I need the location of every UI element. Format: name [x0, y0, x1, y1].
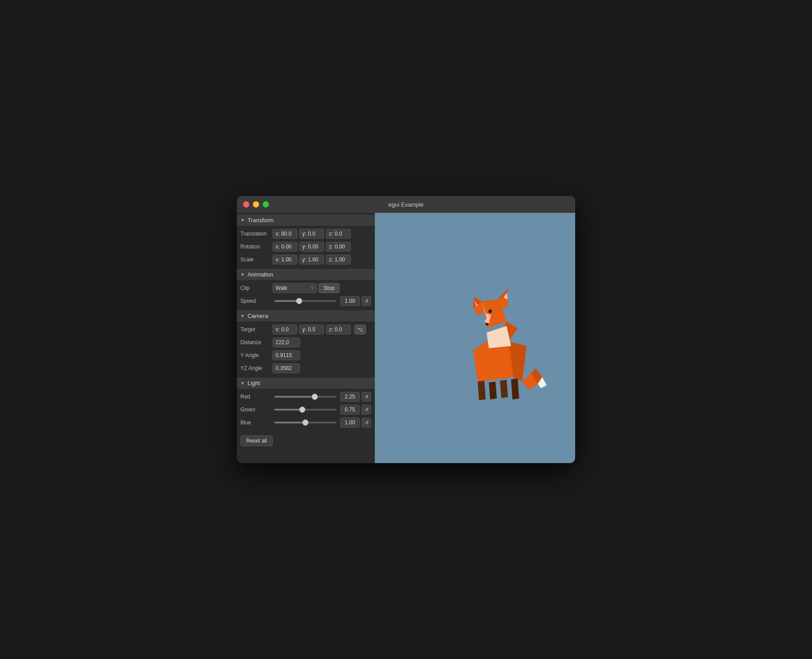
y-angle-label: Y Angle: [240, 352, 272, 358]
rotation-label: Rotation: [240, 244, 272, 250]
rotation-row: Rotation x: 0.00 y: 0.00 z: 0.00: [240, 241, 371, 252]
scale-y-field[interactable]: y: 1.00: [299, 255, 324, 264]
fox-svg: [438, 270, 562, 404]
transform-section-label: Transform: [248, 217, 274, 224]
blue-reset-button[interactable]: ↺: [361, 418, 371, 427]
green-value: 0.75: [340, 405, 360, 415]
viewport: [375, 213, 575, 463]
target-y-field[interactable]: y: 0.5: [299, 325, 324, 334]
camera-section-content: Target x: 0.0 y: 0.5 z: 0.0 ⌥ Distance 2…: [237, 322, 375, 378]
translation-z-field[interactable]: z: 0.0: [326, 229, 351, 239]
red-reset-button[interactable]: ↺: [361, 392, 371, 402]
speed-row: Speed 1.00 ↺: [240, 296, 371, 306]
translation-x-field[interactable]: x: 80.0: [272, 229, 297, 239]
light-section-label: Light: [248, 380, 260, 386]
rotation-z-field[interactable]: z: 0.00: [326, 242, 351, 252]
distance-field[interactable]: 222.0: [272, 338, 300, 347]
blue-slider-track: [274, 422, 337, 423]
left-panel: ▼ Transform Translation x: 80.0 y: 0.0 z…: [237, 213, 375, 463]
speed-slider-thumb[interactable]: [296, 298, 302, 304]
yz-angle-row: YZ Angle 0.3582: [240, 363, 371, 374]
distance-label: Distance: [240, 339, 272, 346]
clip-label: Clip: [240, 285, 272, 291]
red-slider-track: [274, 396, 337, 398]
clip-value: Walk: [276, 285, 287, 291]
y-angle-field[interactable]: 0.9115: [272, 350, 300, 360]
light-arrow-icon: ▼: [240, 381, 245, 386]
fox-model: [438, 270, 562, 406]
speed-slider-track: [274, 300, 337, 302]
rotation-y-field[interactable]: y: 0.00: [299, 242, 324, 252]
speed-slider-fill: [274, 300, 299, 302]
scale-z-field[interactable]: z: 1.00: [326, 255, 351, 264]
minimize-button[interactable]: [253, 201, 259, 207]
animation-section-header[interactable]: ▼ Animation: [237, 269, 375, 280]
animation-section-content: Clip Walk ▽ Stop Speed: [237, 281, 375, 310]
dropdown-arrow-icon: ▽: [311, 286, 314, 290]
scale-row: Scale x: 1.00 y: 1.00 z: 1.00: [240, 254, 371, 265]
camera-section-label: Camera: [248, 313, 268, 319]
svg-marker-20: [511, 378, 519, 399]
svg-marker-22: [489, 382, 497, 399]
svg-marker-21: [500, 380, 508, 398]
blue-label: Blue: [240, 419, 272, 426]
speed-reset-button[interactable]: ↺: [361, 296, 371, 306]
window-title: egui Example: [389, 201, 424, 208]
stop-button[interactable]: Stop: [319, 283, 340, 293]
camera-arrow-icon: ▼: [240, 313, 245, 318]
reset-all-button[interactable]: Reset all: [240, 435, 273, 446]
scale-label: Scale: [240, 256, 272, 263]
light-section-content: Red 2.25 ↺ Green: [237, 390, 375, 432]
blue-slider-thumb[interactable]: [302, 419, 309, 426]
animation-section-label: Animation: [248, 271, 273, 278]
green-reset-button[interactable]: ↺: [361, 405, 371, 415]
red-slider-thumb[interactable]: [312, 394, 318, 400]
close-button[interactable]: [243, 201, 249, 207]
target-icon-button[interactable]: ⌥: [354, 325, 366, 334]
yz-angle-label: YZ Angle: [240, 365, 272, 371]
green-slider-track: [274, 409, 337, 411]
yz-angle-field[interactable]: 0.3582: [272, 363, 300, 373]
light-section-header[interactable]: ▼ Light: [237, 378, 375, 389]
red-row: Red 2.25 ↺: [240, 391, 371, 402]
green-label: Green: [240, 407, 272, 413]
translation-y-field[interactable]: y: 0.0: [299, 229, 324, 239]
speed-label: Speed: [240, 298, 272, 304]
speed-value: 1.00: [340, 296, 360, 306]
red-value: 2.25: [340, 392, 360, 402]
svg-point-16: [489, 310, 491, 312]
blue-slider[interactable]: [272, 422, 338, 423]
scale-x-field[interactable]: x: 1.00: [272, 255, 297, 264]
green-slider[interactable]: [272, 409, 338, 411]
target-label: Target: [240, 326, 272, 333]
blue-slider-fill: [274, 422, 305, 423]
red-slider-fill: [274, 396, 315, 398]
svg-marker-19: [478, 381, 486, 400]
traffic-lights: [243, 201, 269, 207]
red-slider[interactable]: [272, 396, 338, 398]
maximize-button[interactable]: [263, 201, 269, 207]
target-z-field[interactable]: z: 0.0: [326, 325, 351, 334]
transform-section-content: Translation x: 80.0 y: 0.0 z: 0.0 Rotati…: [237, 227, 375, 269]
transform-section-header[interactable]: ▼ Transform: [237, 215, 375, 226]
clip-row: Clip Walk ▽ Stop: [240, 283, 371, 293]
green-slider-thumb[interactable]: [299, 407, 305, 413]
blue-row: Blue 1.00 ↺: [240, 417, 371, 428]
rotation-x-field[interactable]: x: 0.00: [272, 242, 297, 252]
speed-slider[interactable]: [272, 300, 338, 302]
translation-row: Translation x: 80.0 y: 0.0 z: 0.0: [240, 228, 371, 239]
target-x-field[interactable]: x: 0.0: [272, 325, 297, 334]
blue-value: 1.00: [340, 418, 360, 427]
red-label: Red: [240, 394, 272, 400]
green-row: Green 0.75 ↺: [240, 404, 371, 415]
titlebar: egui Example: [237, 196, 575, 213]
translation-label: Translation: [240, 231, 272, 237]
target-row: Target x: 0.0 y: 0.5 z: 0.0 ⌥: [240, 324, 371, 335]
green-slider-fill: [274, 409, 302, 411]
camera-section-header[interactable]: ▼ Camera: [237, 310, 375, 321]
clip-dropdown[interactable]: Walk ▽: [272, 283, 317, 293]
window-body: ▼ Transform Translation x: 80.0 y: 0.0 z…: [237, 213, 575, 463]
app-window: egui Example ▼ Transform Translation x: …: [237, 196, 575, 463]
distance-row: Distance 222.0: [240, 337, 371, 348]
y-angle-row: Y Angle 0.9115: [240, 350, 371, 361]
